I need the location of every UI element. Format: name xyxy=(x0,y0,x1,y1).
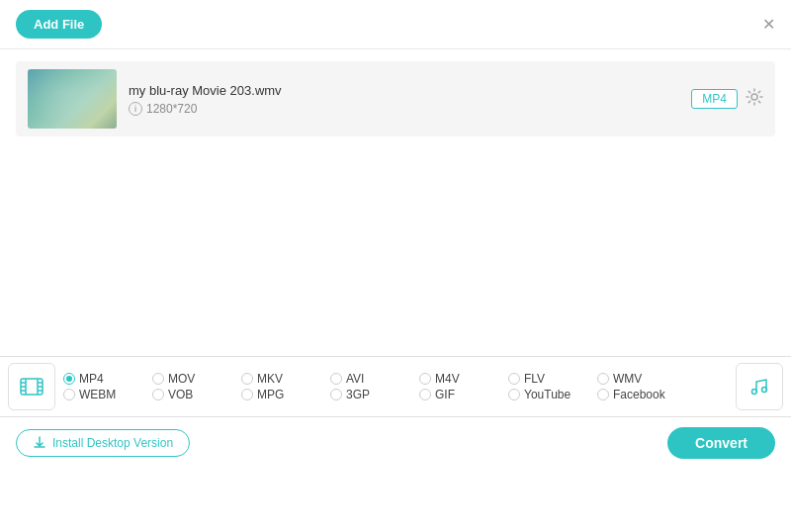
radio-facebook xyxy=(597,389,609,400)
file-list: my blu-ray Movie 203.wmv i 1280*720 MP4 xyxy=(0,49,791,148)
format-option-mkv[interactable]: MKV xyxy=(241,372,330,386)
file-item: my blu-ray Movie 203.wmv i 1280*720 MP4 xyxy=(16,61,775,136)
install-label: Install Desktop Version xyxy=(52,436,173,450)
video-format-button[interactable] xyxy=(8,363,55,410)
file-info: my blu-ray Movie 203.wmv i 1280*720 xyxy=(129,83,679,116)
radio-flv xyxy=(508,373,520,385)
format-option-flv[interactable]: FLV xyxy=(508,372,597,386)
radio-m4v xyxy=(419,373,431,385)
radio-mpg xyxy=(241,389,253,400)
format-option-avi[interactable]: AVI xyxy=(330,372,419,386)
file-meta: i 1280*720 xyxy=(129,102,679,116)
file-thumbnail xyxy=(28,69,117,129)
radio-youtube xyxy=(508,389,520,400)
file-name: my blu-ray Movie 203.wmv xyxy=(129,83,679,98)
radio-avi xyxy=(330,373,342,385)
svg-point-11 xyxy=(762,388,767,393)
svg-point-0 xyxy=(751,94,757,100)
format-option-facebook[interactable]: Facebook xyxy=(597,388,686,401)
radio-webm xyxy=(63,389,75,400)
format-option-youtube[interactable]: YouTube xyxy=(508,388,597,401)
format-option-mpg[interactable]: MPG xyxy=(241,388,330,401)
empty-area xyxy=(0,148,791,356)
format-option-vob[interactable]: VOB xyxy=(152,388,241,401)
file-resolution: 1280*720 xyxy=(146,102,197,116)
add-file-button[interactable]: Add File xyxy=(16,10,102,39)
radio-vob xyxy=(152,389,164,400)
format-option-mov[interactable]: MOV xyxy=(152,372,241,386)
info-icon: i xyxy=(129,102,142,116)
svg-point-10 xyxy=(752,390,757,395)
file-actions: MP4 xyxy=(691,88,763,110)
radio-3gp xyxy=(330,389,342,400)
radio-mkv xyxy=(241,373,253,385)
bottom-bar: Install Desktop Version Convert xyxy=(0,417,791,469)
radio-gif xyxy=(419,389,431,400)
install-button[interactable]: Install Desktop Version xyxy=(16,429,190,457)
format-option-gif[interactable]: GIF xyxy=(419,388,508,401)
format-option-webm[interactable]: WEBM xyxy=(63,388,152,401)
format-bar: MP4 MOV MKV AVI M4V FLV xyxy=(0,356,791,417)
format-option-wmv[interactable]: WMV xyxy=(597,372,686,386)
audio-format-button[interactable] xyxy=(736,363,783,410)
format-option-mp4[interactable]: MP4 xyxy=(63,372,152,386)
radio-wmv xyxy=(597,373,609,385)
settings-button[interactable] xyxy=(746,88,763,110)
radio-mov xyxy=(152,373,164,385)
radio-mp4 xyxy=(63,373,75,385)
close-button[interactable]: ✕ xyxy=(762,17,775,33)
top-bar: Add File ✕ xyxy=(0,0,791,49)
format-option-m4v[interactable]: M4V xyxy=(419,372,508,386)
format-option-3gp[interactable]: 3GP xyxy=(330,388,419,401)
convert-button[interactable]: Convert xyxy=(667,427,775,459)
format-badge[interactable]: MP4 xyxy=(691,89,738,109)
